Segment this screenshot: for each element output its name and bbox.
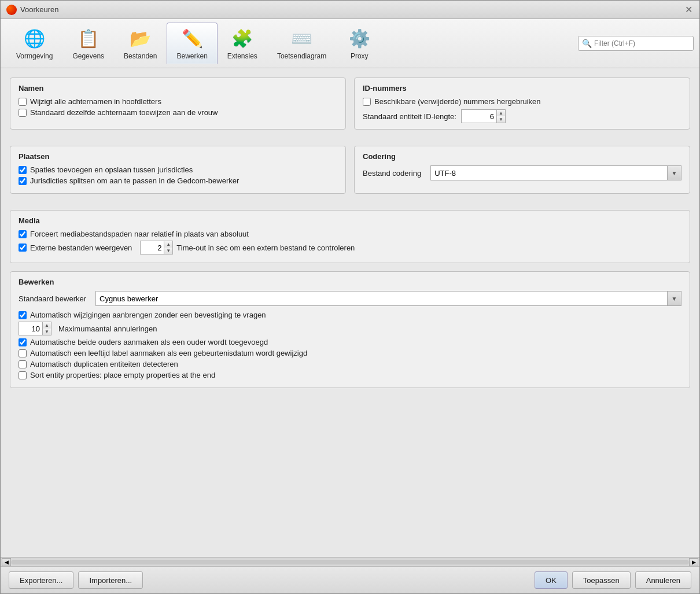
toolbar-label-toetsendiagram: Toetsendiagram: [277, 52, 326, 60]
ok-button[interactable]: OK: [535, 571, 568, 589]
bew-checkbox-row-4: Automatisch een leeftijd label aanmaken …: [19, 349, 681, 357]
media-checkbox-label-2: Externe bestanden weergeven: [30, 243, 132, 252]
titlebar-left: Voorkeuren: [6, 5, 59, 15]
bew-checkbox-label-4: Automatisch een leeftijd label aanmaken …: [30, 349, 307, 357]
media-spin-down[interactable]: ▼: [164, 248, 172, 254]
media-checkbox-row-1: Forceert mediabestandspaden naar relatie…: [19, 230, 681, 238]
scrollbar-track[interactable]: [11, 560, 689, 565]
codering-select[interactable]: UTF-8 UTF-16 ISO-8859-1 ASCII: [431, 166, 681, 180]
bewerken-icon: ✏️: [180, 27, 204, 50]
id-checkbox-label-1: Beschikbare (verwijderde) nummers hergeb…: [374, 97, 541, 106]
id-spinbox: ▲ ▼: [461, 109, 506, 123]
toolbar-label-proxy: Proxy: [351, 52, 369, 60]
bew-checkbox-row-6: Sort entity properties: place empty prop…: [19, 371, 681, 379]
bew-undo-spin-down[interactable]: ▼: [43, 329, 51, 335]
bestanden-icon: 📂: [129, 27, 152, 50]
id-spinbox-input[interactable]: [462, 110, 496, 123]
bewerken-editor-select[interactable]: Cygnus bewerker Standaard bewerker Exter…: [96, 292, 681, 305]
section-title-bewerken: Bewerken: [19, 278, 681, 286]
scrollbar-area: ◀ ▶: [1, 557, 699, 566]
bew-checkbox-4[interactable]: [19, 349, 27, 357]
namen-checkbox-row-1: Wijzigt alle achternamen in hoofdletters: [19, 97, 337, 106]
media-spin-up[interactable]: ▲: [164, 241, 172, 248]
namen-checkbox-2[interactable]: [19, 109, 27, 117]
toepassen-button[interactable]: Toepassen: [572, 571, 631, 589]
toolbar-item-vormgeving[interactable]: 🌐 Vormgeving: [6, 23, 62, 64]
bew-undo-spin-buttons: ▲ ▼: [42, 322, 51, 335]
scroll-left-button[interactable]: ◀: [2, 558, 11, 566]
vormgeving-icon: 🌐: [23, 27, 46, 50]
section-codering: Codering Bestand codering UTF-8 UTF-16 I…: [354, 146, 690, 194]
toolbar-label-gegevens: Gegevens: [72, 52, 104, 60]
plaatsen-checkbox-label-2: Jurisdicties splitsen om aan te passen i…: [30, 176, 239, 185]
toolbar-item-bestanden[interactable]: 📂 Bestanden: [114, 23, 167, 64]
media-checkbox-2[interactable]: [19, 243, 27, 252]
media-checkbox-1[interactable]: [19, 230, 27, 238]
toolbar-item-gegevens[interactable]: 📋 Gegevens: [62, 23, 114, 64]
bew-checkbox-row-3: Automatische beide ouders aanmaken als e…: [19, 338, 681, 346]
scroll-right-button[interactable]: ▶: [689, 558, 698, 566]
toolbar-label-bestanden: Bestanden: [124, 52, 157, 60]
plaatsen-checkbox-label-1: Spaties toevoegen en opslaan tussen juri…: [30, 165, 193, 174]
media-spin-buttons: ▲ ▼: [164, 241, 172, 254]
toolbar-item-toetsendiagram[interactable]: ⌨️ Toetsendiagram: [267, 23, 336, 64]
toolbar-label-extensies: Extensies: [227, 52, 257, 60]
bew-checkbox-label-5: Automatisch duplicaten entiteiten detect…: [30, 360, 178, 368]
bew-checkbox-row-5: Automatisch duplicaten entiteiten detect…: [19, 360, 681, 368]
bew-undo-spinbox-input[interactable]: [19, 322, 42, 335]
plaatsen-checkbox-row-1: Spaties toevoegen en opslaan tussen juri…: [19, 165, 337, 174]
toolbar-label-bewerken: Bewerken: [176, 52, 207, 60]
namen-checkbox-label-2: Standaard dezelfde achternaam toewijzen …: [30, 108, 218, 117]
bew-undo-label: Maximumaantal annuleringen: [58, 324, 157, 333]
id-field-label: Standaard entiteit ID-lengte:: [363, 112, 456, 121]
plaatsen-checkbox-1[interactable]: [19, 166, 27, 174]
namen-checkbox-1[interactable]: [19, 98, 27, 106]
bew-checkbox-label-3: Automatische beide ouders aanmaken als e…: [30, 338, 268, 346]
plaatsen-checkbox-2[interactable]: [19, 177, 27, 185]
bew-checkbox-1[interactable]: [19, 311, 27, 319]
row-plaatsen-codering: Plaatsen Spaties toevoegen en opslaan tu…: [10, 146, 690, 202]
namen-checkbox-label-1: Wijzigt alle achternamen in hoofdletters: [30, 97, 161, 106]
codering-select-box: UTF-8 UTF-16 ISO-8859-1 ASCII ▼: [430, 165, 681, 180]
bew-checkbox-3[interactable]: [19, 338, 27, 346]
window-title: Voorkeuren: [20, 5, 59, 14]
id-field-row: Standaard entiteit ID-lengte: ▲ ▼: [363, 109, 681, 123]
close-button[interactable]: ✕: [683, 5, 694, 15]
id-checkbox-1[interactable]: [363, 98, 371, 106]
bew-checkbox-row-1: Automatisch wijzigingen aanbrengen zonde…: [19, 311, 681, 319]
bew-undo-spin-up[interactable]: ▲: [43, 322, 51, 329]
bottom-bar: Exporteren... Importeren... OK Toepassen…: [1, 566, 699, 593]
toolbar-item-extensies[interactable]: 🧩 Extensies: [218, 23, 267, 64]
section-id-nummers: ID-nummers Beschikbare (verwijderde) num…: [354, 78, 690, 130]
section-media: Media Forceert mediabestandspaden naar r…: [10, 210, 690, 263]
bew-checkbox-6[interactable]: [19, 371, 27, 379]
media-timeout-label: Time-out in sec om een extern bestand te…: [176, 243, 355, 252]
bew-undo-row: ▲ ▼ Maximumaantal annuleringen: [19, 322, 681, 335]
search-input[interactable]: [594, 39, 687, 47]
section-plaatsen: Plaatsen Spaties toevoegen en opslaan tu…: [10, 146, 346, 194]
bew-checkbox-5[interactable]: [19, 360, 27, 368]
annuleren-button[interactable]: Annuleren: [635, 571, 691, 589]
toolbar: 🌐 Vormgeving 📋 Gegevens 📂 Bestanden ✏️ B…: [1, 19, 699, 68]
codering-field-row: Bestand codering UTF-8 UTF-16 ISO-8859-1…: [363, 165, 681, 180]
id-spin-buttons: ▲ ▼: [496, 110, 505, 123]
gegevens-icon: 📋: [77, 27, 100, 50]
bewerken-editor-row: Standaard bewerker Cygnus bewerker Stand…: [19, 291, 681, 306]
media-spinbox-input[interactable]: [141, 241, 164, 254]
importeren-button[interactable]: Importeren...: [78, 571, 143, 589]
id-spin-down[interactable]: ▼: [497, 116, 505, 123]
media-checkbox-label-1: Forceert mediabestandspaden naar relatie…: [30, 230, 249, 238]
plaatsen-checkbox-row-2: Jurisdicties splitsen om aan te passen i…: [19, 176, 337, 185]
exporteren-button[interactable]: Exporteren...: [9, 571, 73, 589]
bewerken-editor-select-box: Cygnus bewerker Standaard bewerker Exter…: [95, 291, 681, 306]
bottom-left-buttons: Exporteren... Importeren...: [9, 571, 143, 589]
section-bewerken: Bewerken Standaard bewerker Cygnus bewer…: [10, 271, 690, 388]
proxy-icon: ⚙️: [348, 27, 371, 50]
titlebar: Voorkeuren ✕: [1, 1, 699, 19]
toolbar-label-vormgeving: Vormgeving: [16, 52, 53, 60]
section-title-namen: Namen: [19, 84, 337, 93]
toetsendiagram-icon: ⌨️: [290, 27, 314, 50]
toolbar-item-bewerken[interactable]: ✏️ Bewerken: [167, 23, 217, 64]
toolbar-item-proxy[interactable]: ⚙️ Proxy: [336, 23, 382, 64]
id-spin-up[interactable]: ▲: [497, 110, 505, 116]
